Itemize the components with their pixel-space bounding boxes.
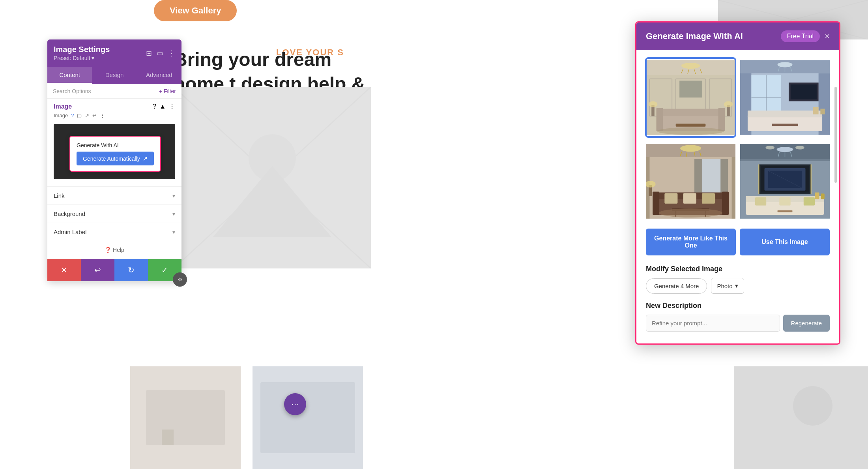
svg-rect-76 [653,191,659,215]
tab-design[interactable]: Design [92,67,137,84]
image-settings-panel: Image Settings Preset: Default ▾ ⊟ ▭ ⋮ C… [47,39,181,281]
cursor-icon: ↗ [142,155,148,162]
svg-rect-80 [702,193,715,203]
modify-section: Modify Selected Image Generate 4 More Ph… [646,265,830,294]
bottom-thumb-3 [734,366,868,469]
image-grid-item-3[interactable] [646,142,735,221]
filter-button[interactable]: + Filter [159,88,176,94]
link-section[interactable]: Link ▾ [47,187,181,205]
image-toolbar: Image ? ▢ ↗ ↩ ⋮ [54,110,175,121]
generate-4-more-button[interactable]: Generate 4 More [646,278,707,294]
toolbar-label: Image [54,113,68,118]
redo-button[interactable]: ↻ [114,259,148,281]
section-icons: ? ▲ ⋮ [153,103,175,110]
modify-title: Modify Selected Image [646,265,830,273]
panel-icon-1[interactable]: ⊟ [146,49,152,58]
panel-search: Search Options + Filter [47,84,181,99]
help-icon-circle[interactable]: ❓ [105,247,111,253]
use-image-button[interactable]: Use This Image [740,229,830,255]
image-section: Image ? ▲ ⋮ Image ? ▢ ↗ ↩ ⋮ [47,99,181,187]
undo-button[interactable]: ↩ [81,259,114,281]
ai-dialog-body: Generate More Like This One Use This Ima… [636,50,839,343]
view-gallery-button[interactable]: View Gallery [154,0,237,21]
close-dialog-button[interactable]: × [825,31,830,41]
svg-rect-70 [732,157,735,219]
regenerate-button[interactable]: Regenerate [783,315,830,332]
svg-rect-108 [804,197,815,206]
tab-content[interactable]: Content [47,67,92,84]
help-icon[interactable]: ? [153,103,156,110]
generate-automatically-button[interactable]: Generate Automatically ↗ [77,152,154,165]
desc-input-row: Regenerate [646,315,830,332]
svg-rect-57 [748,111,822,117]
toolbar-help-icon[interactable]: ? [71,113,74,118]
modify-controls: Generate 4 More Photo ▾ [646,278,830,294]
description-input[interactable] [646,315,780,332]
svg-rect-34 [656,108,663,131]
svg-point-14 [793,386,832,426]
room-image-2 [740,58,830,137]
svg-point-63 [680,145,701,152]
admin-label: Admin Label [54,229,86,235]
action-buttons-row: Generate More Like This One Use This Ima… [646,229,830,255]
help-row: ❓ Help [47,241,181,259]
generate-auto-label: Generate Automatically [83,156,140,162]
ai-dialog-header-right: Free Trial × [781,30,830,42]
image-grid-item-2[interactable] [740,58,830,137]
image-grid-item-4[interactable] [740,142,830,221]
bottom-thumb-2 [253,366,363,469]
link-label: Link [54,192,65,199]
panel-icon-2[interactable]: ▭ [157,49,163,58]
tab-advanced[interactable]: Advanced [137,67,181,84]
toolbar-cursor-icon[interactable]: ↗ [85,113,89,118]
panel-tabs: Content Design Advanced [47,67,181,84]
svg-rect-12 [260,382,355,453]
link-chevron-icon: ▾ [172,193,175,199]
svg-rect-111 [821,193,824,199]
svg-point-89 [765,146,774,149]
ai-dialog-header: Generate Image With AI Free Trial × [636,23,839,50]
section-header[interactable]: Image ? ▲ ⋮ [54,103,175,110]
toolbar-undo-icon[interactable]: ↩ [92,113,97,118]
bottom-thumb-1 [130,366,241,469]
hero-placeholder-image [174,87,371,268]
svg-rect-33 [657,109,724,116]
panel-header: Image Settings Preset: Default ▾ ⊟ ▭ ⋮ [47,39,181,67]
svg-rect-77 [722,191,729,215]
section-title: Image [54,103,72,110]
svg-rect-107 [779,197,790,206]
section-collapse-icon[interactable]: ▲ [159,103,166,110]
image-grid-item-1[interactable] [646,58,735,137]
panel-footer: ✕ ↩ ↻ ✓ [47,259,181,281]
toolbar-more-icon[interactable]: ⋮ [100,113,105,118]
settings-gear-button[interactable]: ⚙ [173,272,187,287]
svg-point-84 [659,208,722,218]
background-chevron-icon: ▾ [172,211,175,217]
new-description-section: New Description Regenerate [646,302,830,332]
new-desc-title: New Description [646,302,830,310]
panel-icon-3[interactable]: ⋮ [168,49,175,58]
svg-rect-106 [755,197,766,206]
svg-point-37 [657,128,724,135]
panel-title: Image Settings [54,45,110,54]
photo-label: Photo [717,283,732,289]
svg-rect-10 [162,430,174,445]
cancel-button[interactable]: ✕ [47,259,81,281]
fab-button[interactable]: ⋯ [284,393,306,415]
generate-more-button[interactable]: Generate More Like This One [646,229,736,255]
section-menu-icon[interactable]: ⋮ [169,103,175,110]
scrollbar[interactable] [834,87,837,183]
room-image-1 [646,58,735,137]
svg-point-22 [681,63,700,69]
toolbar-border-icon[interactable]: ▢ [77,113,82,118]
help-text: Help [113,247,124,253]
admin-label-section[interactable]: Admin Label ▾ [47,223,181,241]
background-section[interactable]: Background ▾ [47,205,181,223]
ai-dialog: Generate Image With AI Free Trial × [635,21,840,345]
room-image-3 [646,142,735,221]
svg-point-39 [649,101,658,107]
generate-ai-label: Generate With AI [77,142,154,148]
svg-rect-60 [820,109,825,114]
photo-select[interactable]: Photo ▾ [711,278,744,294]
generate-ai-popup: Generate With AI Generate Automatically … [69,136,161,172]
